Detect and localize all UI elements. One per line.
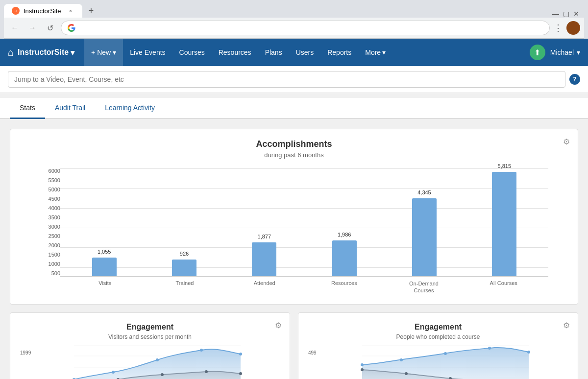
- engagement1-settings-icon[interactable]: ⚙: [275, 321, 282, 330]
- y-axis-label: 2500: [40, 234, 60, 239]
- engagement2-subtitle: People who completed a course: [308, 333, 568, 340]
- engagement-charts-row: ⚙ Engagement Visitors and sessions per m…: [10, 312, 578, 379]
- search-input[interactable]: [8, 71, 565, 88]
- bar-value-resources: 1,986: [338, 232, 351, 237]
- browser-tab[interactable]: ○ InstructorSite ×: [4, 4, 82, 18]
- y-axis-label: 5000: [40, 187, 60, 192]
- more-dropdown-arrow: ▾: [382, 48, 386, 56]
- bar-attended: 1,877: [225, 242, 303, 276]
- svg-point-7: [156, 358, 159, 361]
- google-logo: [67, 24, 76, 32]
- tab-stats[interactable]: Stats: [10, 98, 45, 119]
- maximize-button[interactable]: ▢: [563, 10, 569, 18]
- x-label-allcourses: All Courses: [464, 280, 543, 294]
- bar-ondemand: 4,345: [385, 198, 463, 276]
- help-button[interactable]: ?: [569, 74, 580, 85]
- window-close-button[interactable]: ✕: [573, 10, 579, 18]
- accomplishments-card: ⚙ Accomplishments during past 6 months 6…: [10, 129, 578, 305]
- svg-point-26: [405, 372, 408, 375]
- svg-point-14: [239, 372, 242, 375]
- back-button[interactable]: ←: [8, 21, 22, 35]
- minimize-button[interactable]: —: [552, 10, 559, 18]
- reports-nav-item[interactable]: Reports: [320, 39, 358, 66]
- svg-point-6: [112, 371, 115, 374]
- new-tab-button[interactable]: +: [84, 4, 98, 18]
- y-axis-label: 3000: [40, 224, 60, 230]
- svg-point-8: [200, 349, 203, 352]
- main-nav: + New ▾ Live Events Courses Resources Pl…: [84, 39, 530, 66]
- url-input[interactable]: [80, 24, 543, 32]
- engagement-completed-card: ⚙ Engagement People who completed a cour…: [298, 312, 578, 379]
- new-dropdown-arrow: ▾: [113, 48, 116, 56]
- svg-point-20: [361, 363, 364, 366]
- bar-value-visits: 1,055: [98, 249, 111, 255]
- bar-visits-rect: [92, 258, 117, 276]
- users-nav-item[interactable]: Users: [289, 39, 321, 66]
- accomplishments-subtitle: during past 6 months: [20, 151, 568, 159]
- svg-point-22: [444, 352, 447, 355]
- bar-value-attended: 1,877: [258, 234, 271, 239]
- bar-value-ondemand: 4,345: [417, 190, 431, 195]
- home-button[interactable]: ⌂: [8, 47, 14, 58]
- browser-menu-button[interactable]: ⋮: [554, 23, 563, 33]
- browser-tabs: ○ InstructorSite × + — ▢ ✕: [4, 4, 584, 18]
- search-bar-container: ?: [0, 66, 588, 93]
- user-name: Michael: [550, 48, 574, 56]
- new-label: + New: [91, 48, 111, 56]
- browser-toolbar: ← → ↺ ⋮: [4, 18, 584, 39]
- tab-audit-trail[interactable]: Audit Trail: [45, 98, 95, 119]
- upgrade-button[interactable]: ⬆: [530, 45, 545, 60]
- more-nav-item[interactable]: More ▾: [358, 39, 392, 66]
- tab-favicon: ○: [12, 7, 20, 15]
- bar-allcourses: 5,815: [466, 172, 543, 276]
- svg-point-25: [361, 368, 364, 371]
- address-bar[interactable]: [61, 21, 550, 35]
- accomplishments-settings-icon[interactable]: ⚙: [563, 137, 570, 146]
- engagement1-y-val: 1999: [20, 350, 31, 355]
- forward-button[interactable]: →: [25, 21, 39, 35]
- courses-nav-item[interactable]: Courses: [172, 39, 212, 66]
- site-name[interactable]: InstructorSite ▾: [18, 48, 74, 57]
- plans-nav-item[interactable]: Plans: [258, 39, 289, 66]
- svg-point-21: [400, 358, 403, 361]
- bar-resources-rect: [332, 240, 357, 276]
- tab-title: InstructorSite: [24, 7, 61, 15]
- new-nav-item[interactable]: + New ▾: [84, 39, 123, 66]
- y-axis-label: 4500: [40, 196, 60, 202]
- y-axis-label: 5500: [40, 178, 60, 183]
- engagement2-settings-icon[interactable]: ⚙: [563, 321, 570, 330]
- engagement-visitors-card: ⚙ Engagement Visitors and sessions per m…: [10, 312, 290, 379]
- bar-resources: 1,986: [305, 240, 383, 276]
- user-menu[interactable]: Michael ▾: [550, 48, 580, 56]
- x-label-trained: Trained: [145, 280, 225, 294]
- user-dropdown-arrow: ▾: [577, 48, 580, 56]
- engagement1-subtitle: Visitors and sessions per month: [20, 333, 280, 340]
- bar-ondemand-rect: [412, 198, 437, 276]
- accomplishments-title: Accomplishments: [20, 139, 568, 149]
- site-dropdown-arrow: ▾: [71, 48, 74, 57]
- engagement1-title: Engagement: [20, 323, 280, 332]
- x-label-resources: Resources: [304, 280, 384, 294]
- header-right: ⬆ Michael ▾: [530, 45, 580, 60]
- resources-nav-item[interactable]: Resources: [212, 39, 258, 66]
- browser-chrome: ○ InstructorSite × + — ▢ ✕ ← → ↺ ⋮: [0, 0, 588, 39]
- svg-point-24: [527, 351, 530, 354]
- y-axis-label: 2000: [40, 243, 60, 248]
- tab-close-button[interactable]: ×: [67, 7, 74, 15]
- bar-value-allcourses: 5,815: [498, 163, 512, 169]
- y-axis-label: 500: [40, 271, 60, 276]
- browser-user-avatar[interactable]: [566, 21, 580, 35]
- engagement2-title: Engagement: [308, 323, 568, 332]
- bar-visits: 1,055: [65, 258, 143, 276]
- x-label-visits: Visits: [65, 280, 145, 294]
- bar-attended-rect: [252, 242, 276, 276]
- live-events-nav-item[interactable]: Live Events: [123, 39, 172, 66]
- engagement1-chart: [35, 345, 280, 379]
- y-axis-label: 6000: [40, 168, 60, 174]
- y-axis-label: 4000: [40, 206, 60, 211]
- reload-button[interactable]: ↺: [43, 21, 57, 35]
- y-axis-label: 1500: [40, 252, 60, 258]
- svg-point-9: [239, 353, 242, 355]
- tab-learning-activity[interactable]: Learning Activity: [95, 98, 165, 119]
- y-axis-label: 3500: [40, 215, 60, 220]
